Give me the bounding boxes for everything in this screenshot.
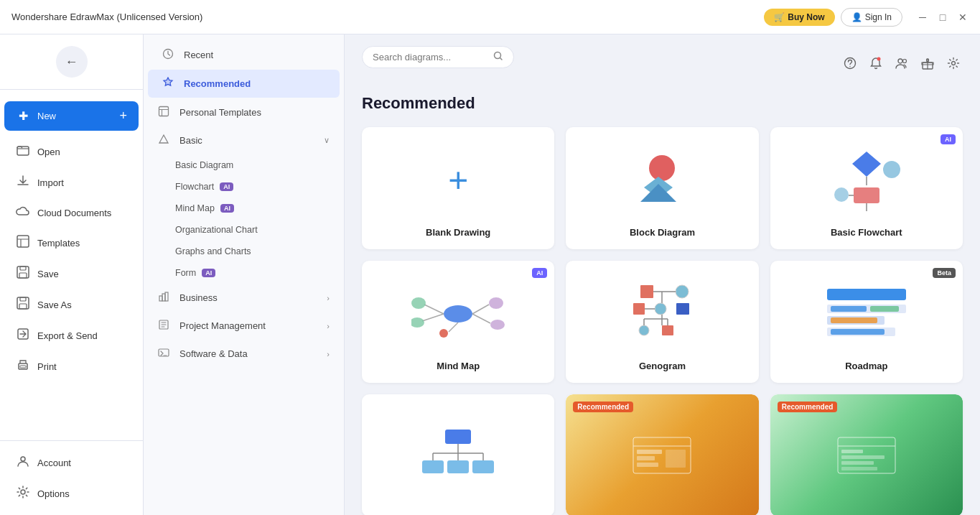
svg-line-48 xyxy=(449,323,458,332)
mid-nav-personal-templates[interactable]: Personal Templates xyxy=(144,98,344,126)
template-org-chart-thumb[interactable] xyxy=(362,394,554,515)
close-button[interactable]: ✕ xyxy=(957,11,969,23)
sign-in-button[interactable]: 👤 Sign In xyxy=(841,8,902,27)
mid-sub-flowchart[interactable]: Flowchart AI xyxy=(144,176,344,198)
svg-rect-10 xyxy=(20,366,26,368)
sidebar-item-import[interactable]: Import xyxy=(4,167,139,198)
svg-point-46 xyxy=(490,320,505,330)
sidebar-item-new[interactable]: ✚ New + xyxy=(4,101,139,131)
svg-point-36 xyxy=(834,187,849,202)
svg-rect-17 xyxy=(165,292,168,301)
form-label: Form xyxy=(175,268,196,278)
notification-icon[interactable] xyxy=(867,54,885,75)
template-block-diagram[interactable]: Block Diagram xyxy=(566,127,758,249)
template-mind-map[interactable]: AI xyxy=(362,261,554,383)
sidebar-item-templates[interactable]: Templates xyxy=(4,228,139,258)
cart-icon: 🛒 xyxy=(774,12,785,22)
template-genogram[interactable]: Genogram xyxy=(566,261,758,383)
team-icon[interactable] xyxy=(892,54,911,75)
left-nav: ✚ New + Open Import xyxy=(0,90,143,440)
basic-flowchart-label: Basic Flowchart xyxy=(831,221,902,238)
gift-icon[interactable] xyxy=(918,54,937,75)
template-basic-flowchart[interactable]: AI Basic Flowchart xyxy=(770,127,963,249)
mid-nav-recent[interactable]: Recent xyxy=(148,41,340,69)
template-recommended-2[interactable]: Recommended xyxy=(770,394,963,515)
graphs-charts-label: Graphs and Charts xyxy=(175,246,251,256)
svg-rect-77 xyxy=(422,460,444,473)
template-grid: + Blank Drawing Block Diagram xyxy=(362,127,963,515)
sidebar-item-save[interactable]: Save xyxy=(4,259,139,289)
flowchart-ai-badge: AI xyxy=(220,182,233,191)
search-icon xyxy=(493,51,503,63)
mid-section-business-header[interactable]: Business › xyxy=(144,284,344,312)
mind-map-label: Mind Map xyxy=(437,355,480,371)
sidebar-item-options[interactable]: Options xyxy=(4,478,139,509)
sidebar-item-account[interactable]: Account xyxy=(4,447,139,478)
template-blank-drawing[interactable]: + Blank Drawing xyxy=(362,127,554,249)
svg-rect-84 xyxy=(637,463,658,467)
svg-line-45 xyxy=(472,314,490,323)
mid-sub-org-chart[interactable]: Organizational Chart xyxy=(144,219,344,241)
template-roadmap[interactable]: Beta Road xyxy=(770,261,963,383)
project-chevron: › xyxy=(327,322,330,330)
sidebar-item-open[interactable]: Open xyxy=(4,136,139,167)
recommended-icon xyxy=(162,77,177,91)
buy-now-button[interactable]: 🛒 Buy Now xyxy=(764,9,834,26)
basic-diagram-label: Basic Diagram xyxy=(175,160,233,170)
mid-sub-basic-diagram[interactable]: Basic Diagram xyxy=(144,154,344,176)
settings-icon[interactable] xyxy=(944,54,963,75)
personal-templates-icon xyxy=(158,106,172,119)
svg-point-23 xyxy=(877,57,881,60)
mid-section-software-header[interactable]: Software & Data › xyxy=(144,340,344,368)
svg-line-41 xyxy=(422,314,444,321)
search-input[interactable] xyxy=(373,52,493,62)
svg-rect-16 xyxy=(162,294,165,301)
svg-point-44 xyxy=(489,297,503,309)
recent-icon xyxy=(162,48,177,62)
mid-sidebar: Recent Recommended Personal Templates Ba… xyxy=(144,34,345,515)
svg-point-38 xyxy=(444,305,472,323)
svg-point-28 xyxy=(649,155,675,181)
mid-sub-form[interactable]: Form AI xyxy=(144,262,344,284)
recommended-2-bg xyxy=(770,394,963,515)
recommended-1-bg xyxy=(566,394,758,515)
svg-rect-34 xyxy=(854,187,879,203)
software-chevron: › xyxy=(327,350,330,358)
project-mgmt-icon xyxy=(158,319,172,333)
mid-sub-mind-map[interactable]: Mind Map AI xyxy=(144,198,344,219)
sidebar-item-export[interactable]: Export & Send xyxy=(4,320,139,351)
svg-rect-82 xyxy=(637,450,662,454)
minimize-button[interactable]: ─ xyxy=(917,11,928,23)
save-icon xyxy=(16,266,30,282)
sidebar-item-save-as[interactable]: Save As xyxy=(4,289,139,320)
mid-nav-recommended[interactable]: Recommended xyxy=(148,70,340,98)
cloud-icon xyxy=(16,205,30,220)
svg-point-22 xyxy=(849,65,850,66)
mid-section-basic-header[interactable]: Basic ∨ xyxy=(144,126,344,154)
search-bar xyxy=(362,46,514,68)
new-icon: ✚ xyxy=(16,109,30,123)
svg-rect-58 xyxy=(662,325,673,335)
template-recommended-1[interactable]: Recommended xyxy=(566,394,758,515)
open-icon xyxy=(16,144,30,159)
app-title: Wondershare EdrawMax (Unlicensed Version… xyxy=(11,11,202,22)
section-title: Recommended xyxy=(362,94,963,113)
svg-rect-63 xyxy=(827,289,906,300)
mid-sub-graphs-charts[interactable]: Graphs and Charts xyxy=(144,241,344,262)
sidebar-item-print[interactable]: Print xyxy=(4,351,139,381)
svg-rect-53 xyxy=(633,303,645,315)
svg-point-50 xyxy=(676,285,689,298)
back-button[interactable]: ← xyxy=(56,46,88,78)
business-icon xyxy=(158,291,172,305)
block-diagram-label: Block Diagram xyxy=(630,221,695,238)
mind-map-visual xyxy=(373,272,543,355)
roadmap-label: Roadmap xyxy=(845,355,887,371)
svg-point-12 xyxy=(21,490,25,494)
sidebar-item-cloud[interactable]: Cloud Documents xyxy=(4,198,139,227)
help-icon[interactable] xyxy=(841,54,859,75)
mid-section-project-header[interactable]: Project Management › xyxy=(144,312,344,340)
save-as-icon xyxy=(16,297,30,312)
project-label: Project Management xyxy=(179,320,319,331)
sidebar-top: ← xyxy=(0,34,143,90)
maximize-button[interactable]: □ xyxy=(937,11,948,23)
